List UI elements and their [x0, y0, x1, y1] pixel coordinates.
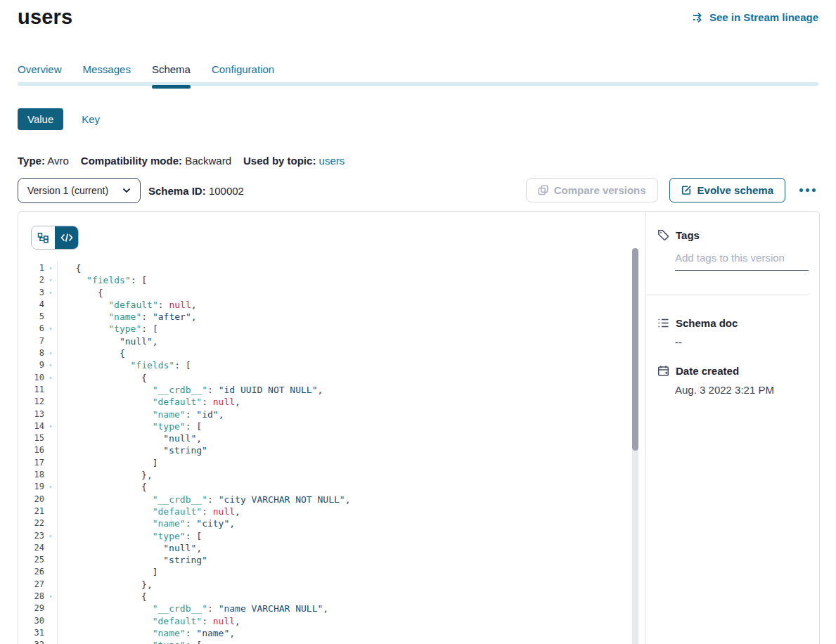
fold-spacer	[44, 457, 57, 469]
code-view-icon[interactable]	[55, 226, 78, 249]
key-tab-link[interactable]: Key	[82, 113, 100, 125]
fold-spacer	[44, 494, 57, 505]
code-text: ]	[57, 457, 646, 469]
fold-spacer	[44, 542, 57, 554]
line-number: 24	[18, 542, 44, 554]
date-created-section-header: Date created	[657, 365, 739, 377]
code-line: 25"string"	[18, 554, 646, 566]
code-line: 7"null",	[18, 335, 646, 347]
compare-icon	[538, 185, 548, 195]
schema-code-pane: 1▾{2▾"fields": [3▾{4"default": null,5"na…	[18, 212, 646, 644]
fold-spacer	[44, 396, 57, 408]
code-text: "__crdb__": "name VARCHAR NULL",	[57, 603, 646, 614]
fold-spacer	[44, 627, 57, 639]
fold-toggle-icon[interactable]: ▾	[44, 359, 57, 371]
line-number: 6	[18, 323, 44, 335]
code-line: 28▾{	[18, 591, 646, 603]
fold-toggle-icon[interactable]: ▾	[44, 420, 57, 432]
version-dropdown[interactable]: Version 1 (current)	[18, 178, 141, 203]
fold-spacer	[44, 408, 57, 420]
code-text: {	[57, 591, 646, 603]
fold-toggle-icon[interactable]: ▾	[44, 274, 57, 286]
sidebar-divider	[646, 295, 809, 295]
code-line: 10▾{	[18, 372, 646, 384]
code-text: "name": "city",	[57, 517, 646, 529]
fold-spacer	[44, 335, 57, 347]
code-text: "type": [	[57, 420, 646, 432]
compare-versions-button[interactable]: Compare versions	[526, 178, 658, 202]
see-in-stream-lineage-link[interactable]: See in Stream lineage	[693, 11, 818, 23]
evolve-schema-button[interactable]: Evolve schema	[669, 178, 785, 202]
code-text: {	[57, 262, 646, 274]
value-key-toggle: Value Key	[18, 108, 100, 130]
fold-toggle-icon[interactable]: ▾	[44, 639, 57, 644]
code-text: {	[57, 372, 646, 384]
editor-scrollbar-thumb[interactable]	[632, 248, 638, 451]
schema-doc-value: --	[675, 336, 682, 348]
fold-toggle-icon[interactable]: ▾	[44, 287, 57, 299]
line-number: 30	[18, 615, 44, 627]
topic-link[interactable]: users	[319, 155, 345, 167]
fold-toggle-icon[interactable]: ▾	[44, 323, 57, 335]
code-text: {	[57, 481, 646, 493]
tree-view-icon[interactable]	[32, 226, 55, 249]
fold-toggle-icon[interactable]: ▾	[44, 481, 57, 493]
line-number: 23	[18, 530, 44, 542]
add-tags-input[interactable]	[675, 249, 809, 271]
line-number: 16	[18, 444, 44, 456]
more-actions-icon[interactable]	[797, 186, 818, 195]
line-number: 10	[18, 372, 44, 384]
fold-toggle-icon[interactable]: ▾	[44, 347, 57, 359]
tags-section-header: Tags	[657, 229, 700, 241]
tab-underline-track	[18, 82, 818, 86]
code-line: 1▾{	[18, 262, 646, 274]
fold-spacer	[44, 469, 57, 481]
compatibility-field: Compatibility mode: Backward	[81, 155, 231, 167]
code-text: "null",	[57, 335, 646, 347]
code-editor[interactable]: 1▾{2▾"fields": [3▾{4"default": null,5"na…	[18, 262, 646, 644]
line-number: 3	[18, 287, 44, 299]
code-line: 22"name": "city",	[18, 517, 646, 529]
code-text: },	[57, 579, 646, 591]
code-text: "fields": [	[57, 274, 646, 286]
line-number: 7	[18, 335, 44, 347]
code-line: 8▾{	[18, 347, 646, 359]
calendar-icon	[657, 365, 669, 377]
line-number: 20	[18, 494, 44, 505]
code-line: 30"default": null,	[18, 615, 646, 627]
schema-meta-row: Type: Avro Compatibility mode: Backward …	[18, 155, 345, 167]
code-text: "type": [	[57, 323, 646, 335]
code-text: "default": null,	[57, 396, 646, 408]
code-line: 15"null",	[18, 432, 646, 444]
code-line: 20"__crdb__": "city VARCHAR NOT NULL",	[18, 494, 646, 505]
see-in-stream-lineage-label: See in Stream lineage	[709, 11, 818, 23]
value-tab-button[interactable]: Value	[18, 108, 63, 130]
tab-schema[interactable]: Schema	[152, 63, 191, 89]
line-number: 13	[18, 408, 44, 420]
code-line: 21"default": null,	[18, 505, 646, 517]
line-number: 1	[18, 262, 44, 274]
code-text: "default": null,	[57, 299, 646, 311]
fold-toggle-icon[interactable]: ▾	[44, 372, 57, 384]
fold-spacer	[44, 311, 57, 323]
fold-spacer	[44, 384, 57, 396]
fold-spacer	[44, 444, 57, 456]
line-number: 22	[18, 517, 44, 529]
fold-spacer	[44, 432, 57, 444]
fold-toggle-icon[interactable]: ▾	[44, 262, 57, 274]
code-text: "type": [	[57, 530, 646, 542]
tag-icon	[657, 229, 669, 241]
code-line: 27},	[18, 579, 646, 591]
code-text: "name": "name",	[57, 627, 646, 639]
line-number: 31	[18, 627, 44, 639]
fold-toggle-icon[interactable]: ▾	[44, 591, 57, 603]
code-line: 9▾"fields": [	[18, 359, 646, 371]
schema-page: users See in Stream lineage OverviewMess…	[0, 0, 836, 644]
fold-spacer	[44, 505, 57, 517]
line-number: 8	[18, 347, 44, 359]
line-number: 19	[18, 481, 44, 493]
line-number: 5	[18, 311, 44, 323]
code-text: "default": null,	[57, 615, 646, 627]
fold-toggle-icon[interactable]: ▾	[44, 530, 57, 542]
fold-spacer	[44, 554, 57, 566]
